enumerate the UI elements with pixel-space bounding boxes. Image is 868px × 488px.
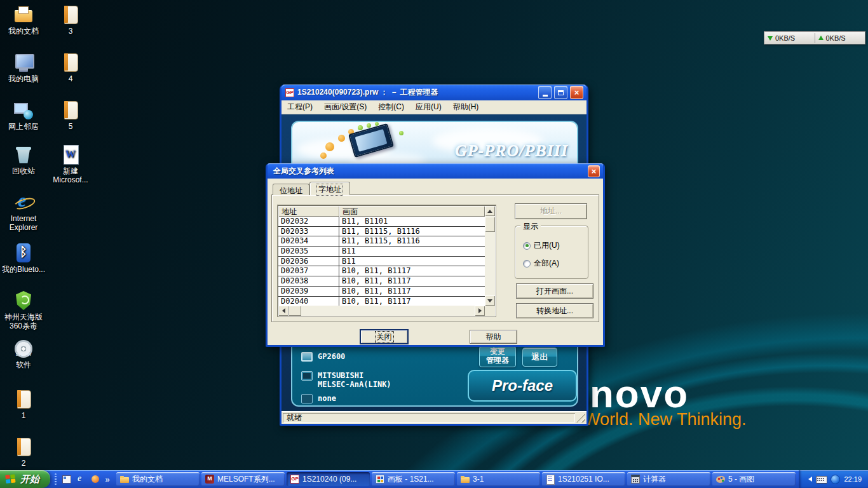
dialog-titlebar[interactable]: 全局交叉参考列表 ×	[268, 163, 603, 179]
toolbar-handle[interactable]	[55, 473, 57, 485]
help-button[interactable]: 帮助	[470, 330, 517, 344]
device-model-row: GP2600	[301, 352, 345, 362]
bluetooth-icon	[13, 242, 34, 264]
task-1s210251-io[interactable]: 1S210251 IO...	[542, 472, 625, 486]
scroll-up-button[interactable]	[485, 206, 495, 216]
green-dot-icon	[358, 125, 363, 130]
clock[interactable]: 22:19	[844, 475, 862, 483]
dialog-close-button[interactable]: ×	[588, 165, 600, 177]
table-row[interactable]: D02040B10, B11, B1117	[278, 297, 485, 306]
table-row[interactable]: D02033B11, B1115, B1116	[278, 227, 485, 237]
menu-utility[interactable]: 应用(U)	[410, 100, 447, 114]
desktop-icon-doc-3[interactable]: 3	[48, 4, 93, 36]
column-header-screen[interactable]: 画面	[339, 206, 485, 217]
plc-icon	[301, 371, 313, 381]
task-calculator[interactable]: 计算器	[627, 472, 710, 486]
notebook-doc-icon	[13, 436, 34, 458]
column-header-address[interactable]: 地址	[278, 206, 339, 217]
keyboard-tray-icon[interactable]	[816, 474, 826, 484]
main-statusbar: 就绪	[281, 411, 587, 424]
radio-all[interactable]: 全部(A)	[523, 258, 559, 269]
desktop-icon-doc-4[interactable]: 4	[48, 51, 93, 84]
scroll-down-button[interactable]	[485, 295, 495, 306]
open-screen-button[interactable]: 打开画面...	[516, 283, 593, 299]
menu-project[interactable]: 工程(P)	[281, 100, 318, 114]
gp-app-icon	[285, 88, 295, 98]
table-row[interactable]: D02039B10, B11, B1117	[278, 287, 485, 297]
green-dot-icon	[399, 131, 403, 135]
tray-status-icon[interactable]	[830, 474, 840, 484]
desktop-icon-recycle-bin[interactable]: 回收站	[1, 144, 46, 176]
network-speed-monitor[interactable]: 0KB/S 0KB/S	[764, 31, 865, 44]
horizontal-scrollbar[interactable]	[278, 306, 485, 316]
tab-word-address[interactable]: 字地址	[309, 182, 350, 195]
up-triangle-icon	[487, 207, 492, 213]
right-triangle-icon	[478, 308, 484, 313]
desktop-icon-my-documents[interactable]: 我的文档	[1, 4, 46, 36]
desktop-icon-doc-1[interactable]: 1	[1, 388, 46, 421]
down-arrow-icon	[768, 36, 773, 43]
desktop-icon-dvd-software[interactable]: DVD-RW 软件	[1, 337, 46, 370]
menu-control[interactable]: 控制(C)	[372, 100, 410, 114]
change-manager-button[interactable]: 变更 管理器	[479, 346, 516, 367]
word-document-icon	[60, 144, 81, 165]
desktop-icon-network-places[interactable]: 网上邻居	[1, 99, 46, 132]
menu-screen-settings[interactable]: 画面/设置(S)	[318, 100, 372, 114]
main-menubar: 工程(P) 画面/设置(S) 控制(C) 应用(U) 帮助(H)	[281, 100, 587, 114]
desktop-icon-bluetooth[interactable]: 我的Blueto...	[1, 242, 46, 274]
quick-launch-ie[interactable]	[74, 472, 87, 486]
desktop-icon-my-computer[interactable]: 我的电脑	[1, 51, 46, 84]
desktop-icon-doc-2[interactable]: 2	[1, 436, 46, 468]
table-row[interactable]: D02038B10, B11, B1117	[278, 276, 485, 287]
task-my-documents[interactable]: 我的文档	[116, 472, 200, 486]
task-melsoft[interactable]: MELSOFT系列...	[201, 472, 285, 486]
tab-bit-address[interactable]: 位地址	[273, 184, 309, 195]
task-paint[interactable]: 5 - 画图	[712, 472, 796, 486]
paint-icon	[715, 474, 726, 484]
address-button[interactable]: 地址...	[515, 203, 587, 219]
desktop-icon-new-word-doc[interactable]: 新建 Microsof...	[48, 144, 93, 185]
desktop-icon-antivirus[interactable]: 神州天海版 360杀毒	[1, 290, 46, 331]
horizontal-scroll-thumb[interactable]	[288, 306, 301, 316]
close-dialog-button[interactable]: 关闭	[360, 330, 408, 344]
melsoft-icon	[205, 474, 215, 484]
system-tray: 22:19	[799, 470, 868, 488]
close-button[interactable]: ×	[570, 86, 583, 99]
internet-explorer-icon	[13, 191, 34, 213]
scroll-left-button[interactable]	[278, 306, 288, 316]
vertical-scroll-thumb[interactable]	[485, 217, 495, 232]
table-row[interactable]: D02036B11	[278, 257, 485, 267]
quick-launch-overflow-chevron[interactable]	[104, 475, 111, 484]
task-1s210240-active[interactable]: 1S210240 (09...	[287, 472, 370, 486]
calculator-icon	[630, 474, 641, 484]
quick-launch-media[interactable]	[89, 472, 102, 486]
vertical-scrollbar[interactable]	[485, 206, 495, 306]
quick-launch	[50, 470, 114, 488]
table-header-row: 地址 画面	[278, 206, 485, 217]
convert-address-button[interactable]: 转换地址...	[516, 303, 593, 318]
menu-help[interactable]: 帮助(H)	[447, 100, 485, 114]
task-folder-3-1[interactable]: 3-1	[457, 472, 540, 486]
table-row[interactable]: D02035B11	[278, 247, 485, 257]
radio-used[interactable]: 已用(U)	[523, 240, 560, 251]
maximize-button[interactable]	[554, 86, 567, 99]
table-row[interactable]: D02037B10, B11, B1117	[278, 266, 485, 276]
maximize-icon	[558, 90, 564, 95]
minimize-button[interactable]	[538, 86, 552, 99]
task-drawing-board[interactable]: 画板 - 1S21...	[372, 472, 455, 486]
desktop-icon-internet-explorer[interactable]: Internet Explorer	[1, 191, 46, 233]
coin-dot-icon	[325, 142, 334, 151]
table-row[interactable]: D02032B11, B1101	[278, 217, 485, 227]
scroll-right-button[interactable]	[475, 306, 485, 316]
exit-button[interactable]: 退出	[522, 348, 557, 367]
start-button[interactable]: 开始	[0, 470, 50, 488]
scrollbar-corner	[485, 306, 495, 316]
quick-launch-show-desktop[interactable]	[60, 472, 72, 486]
resize-grip[interactable]	[576, 413, 585, 423]
media-player-icon	[90, 474, 100, 484]
tray-collapse-chevron[interactable]	[806, 472, 812, 486]
internet-explorer-icon	[76, 474, 86, 484]
main-titlebar[interactable]: 1S210240(090723).prw ： － 工程管理器 ×	[281, 85, 587, 100]
desktop-icon-doc-5[interactable]: 5	[48, 99, 93, 132]
table-row[interactable]: D02034B11, B1115, B1116	[278, 236, 485, 247]
